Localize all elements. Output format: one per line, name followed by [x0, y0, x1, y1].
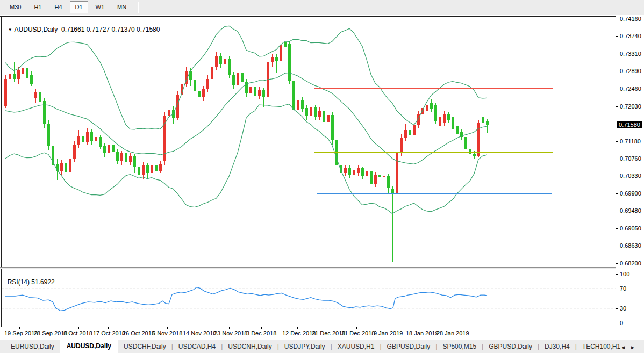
candle-bear — [323, 111, 325, 122]
date-axis-tick — [19, 327, 20, 329]
bollinger-lower-band[interactable] — [5, 104, 487, 214]
price-axis-tick — [616, 36, 618, 37]
tab-audusd-daily[interactable]: AUDUSD,Daily — [60, 340, 118, 353]
date-axis-label: 21 Dec 2018 — [312, 330, 345, 336]
candle-bull — [142, 165, 145, 175]
date-axis-tick — [389, 327, 389, 329]
candle-bull — [396, 153, 398, 193]
price-axis-label: 0.72460 — [620, 85, 641, 92]
rsi-axis-label: 0 — [620, 320, 623, 326]
tab-scroll-right-icon[interactable]: ► — [630, 344, 640, 350]
chart-symbol-label: AUDUSD,Daily — [15, 26, 58, 33]
date-axis-tick — [49, 327, 49, 329]
candle-bull — [34, 92, 37, 98]
candle-bull — [413, 125, 416, 135]
candle-bear — [103, 146, 106, 153]
candle-bull — [168, 110, 170, 116]
candle-wick — [169, 105, 169, 126]
tab-eurusd-daily[interactable]: EURUSD,Daily — [5, 341, 60, 353]
timeframe-button-w1[interactable]: W1 — [90, 1, 110, 13]
candle-bear — [90, 132, 93, 141]
price-axis-label: 0.73310 — [620, 51, 641, 57]
candle-bear — [305, 108, 308, 116]
candle-bear — [232, 75, 235, 85]
tab-xauusd-h1[interactable]: XAUUSD,H1 — [332, 341, 380, 353]
price-axis[interactable]: 0.741600.737400.733100.728900.724600.720… — [616, 16, 644, 327]
candle-bear — [39, 92, 41, 102]
candle-wick — [10, 56, 10, 85]
timeframe-button-h4[interactable]: H4 — [49, 1, 67, 13]
date-axis-tick — [229, 327, 230, 329]
tab-usdcnh-daily[interactable]: USDCNH,Daily — [223, 341, 277, 353]
candle-bull — [249, 87, 252, 93]
price-axis-tick — [616, 106, 618, 107]
tab-gbpusd-daily[interactable]: GBPUSD,Daily — [483, 341, 538, 353]
candle-bull — [129, 156, 132, 162]
main-chart-pane[interactable] — [2, 16, 616, 267]
rsi-axis-tick — [616, 308, 618, 309]
tab-usdcad-h4[interactable]: USDCAD,H4 — [173, 341, 221, 353]
candle-bear — [288, 44, 291, 81]
tab-usdchf-daily[interactable]: USDCHF,Daily — [118, 341, 171, 353]
rsi-label: RSI(14) 51.6922 — [4, 271, 55, 286]
price-axis-tick — [616, 71, 618, 71]
tab-scroll-left-icon[interactable]: ◄ — [620, 344, 630, 350]
candle-bear — [331, 115, 334, 140]
candle-bear — [434, 105, 437, 121]
candle-bear — [482, 117, 484, 123]
candle-bear — [361, 168, 364, 176]
price-axis-tick — [616, 159, 618, 159]
candle-bear — [473, 154, 476, 156]
rsi-indicator-value: 51.6922 — [31, 278, 54, 286]
rsi-indicator-name: RSI(14) — [8, 278, 30, 286]
rsi-indicator-pane[interactable] — [2, 269, 616, 327]
rsi-axis-label: 30 — [620, 305, 626, 312]
price-axis-label: 0.69480 — [620, 207, 641, 214]
candle-bear — [26, 68, 28, 78]
candle-bull — [22, 68, 24, 74]
candle-bear — [228, 59, 231, 75]
candle-bear — [409, 130, 411, 135]
dropdown-triangle-icon: ▼ — [8, 27, 12, 32]
candle-bull — [417, 114, 420, 125]
candle-bull — [357, 168, 360, 173]
tab-usdjpy-daily[interactable]: USDJPY,Daily — [279, 341, 331, 353]
date-axis-tick — [421, 327, 421, 329]
tab-sp500-m15[interactable]: SP500,M15 — [437, 341, 482, 353]
candle-bear — [13, 74, 16, 78]
candle-bear — [292, 81, 295, 109]
date-axis[interactable]: 19 Sep 201828 Sep 20188 Oct 201817 Oct 2… — [0, 327, 644, 340]
candle-bull — [224, 59, 226, 64]
rsi-axis-label: 70 — [620, 285, 626, 292]
candle-bear — [116, 152, 119, 161]
price-axis-label: 0.68200 — [620, 260, 641, 266]
candle-bull — [9, 74, 11, 79]
bollinger-upper-band[interactable] — [5, 26, 487, 129]
tab-dj30-h4[interactable]: DJ30,H4 — [539, 341, 575, 353]
timeframe-button-m30[interactable]: M30 — [4, 1, 26, 13]
candlestick-series — [4, 28, 489, 262]
date-axis-tick — [452, 327, 452, 329]
candle-bull — [258, 90, 261, 96]
price-axis-tick — [616, 193, 618, 194]
tab-gbpusd-daily[interactable]: GBPUSD,Daily — [382, 341, 436, 353]
candle-bull — [159, 164, 162, 171]
candle-bear — [65, 163, 67, 172]
date-axis-label: 5 Nov 2018 — [152, 330, 182, 336]
timeframe-button-d1[interactable]: D1 — [70, 1, 88, 13]
candle-bear — [464, 137, 467, 149]
tab-tech100-h1[interactable]: TECH100,H1 — [577, 341, 626, 353]
chart-tab-bar: EURUSD,DailyAUDUSD,DailyUSDCHF,Daily|USD… — [0, 340, 644, 353]
timeframe-button-mn[interactable]: MN — [112, 1, 132, 13]
price-axis-label: 0.72030 — [620, 103, 641, 110]
candle-bull — [4, 79, 7, 106]
date-axis-label: 26 Oct 2018 — [123, 330, 155, 336]
timeframe-button-h1[interactable]: H1 — [28, 1, 47, 13]
date-axis-tick — [108, 327, 109, 329]
date-axis-label: 14 Nov 2018 — [183, 330, 216, 336]
candle-bull — [344, 168, 347, 173]
candle-bear — [340, 165, 342, 173]
date-axis-label: 28 Jan 2019 — [437, 330, 469, 336]
candle-bull — [151, 165, 153, 173]
candle-bull — [120, 153, 123, 161]
